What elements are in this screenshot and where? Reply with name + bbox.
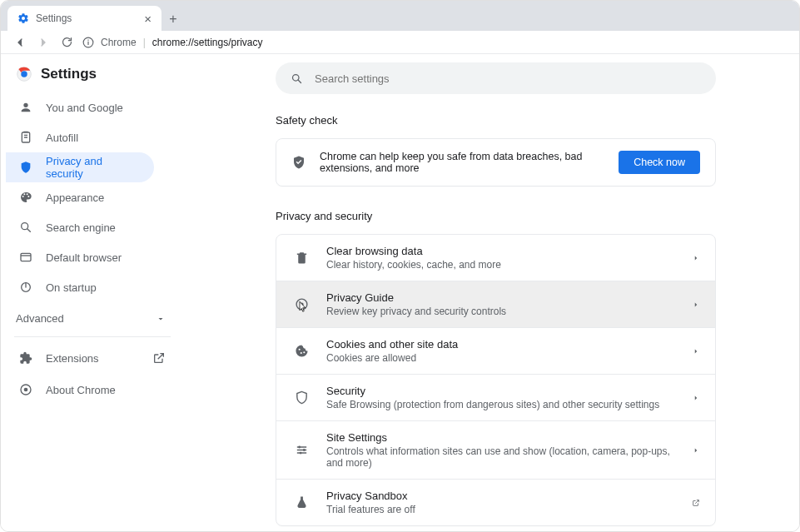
shield-check-icon bbox=[291, 155, 306, 170]
search-settings[interactable] bbox=[276, 62, 716, 94]
chevron-right-icon bbox=[692, 347, 700, 355]
advanced-label: Advanced bbox=[16, 312, 64, 325]
sidebar-item-label: Privacy and security bbox=[46, 155, 141, 180]
svg-point-13 bbox=[302, 449, 305, 451]
new-tab-button[interactable]: + bbox=[161, 7, 185, 31]
sidebar-item-autofill[interactable]: Autofill bbox=[6, 122, 154, 152]
address-bar[interactable]: Chrome | chrome://settings/privacy bbox=[82, 37, 263, 48]
privacy-list: Clear browsing data Clear history, cooki… bbox=[276, 234, 716, 526]
row-title: Site Settings bbox=[326, 431, 677, 444]
sidebar-item-appearance[interactable]: Appearance bbox=[6, 182, 154, 212]
tab-title: Settings bbox=[36, 12, 72, 24]
main-content: Safety check Chrome can help keep you sa… bbox=[184, 54, 799, 531]
sidebar-extensions-link[interactable]: Extensions bbox=[6, 342, 179, 374]
trash-icon bbox=[291, 251, 311, 265]
row-privacy-sandbox[interactable]: Privacy Sandbox Trial features are off bbox=[276, 479, 715, 525]
chevron-right-icon bbox=[692, 394, 700, 402]
search-icon bbox=[291, 72, 303, 85]
row-title: Privacy Guide bbox=[326, 291, 677, 304]
sidebar-item-privacy-security[interactable]: Privacy and security bbox=[6, 152, 154, 182]
svg-point-8 bbox=[24, 388, 28, 392]
sidebar-item-label: Search engine bbox=[46, 221, 116, 234]
chevron-right-icon bbox=[692, 446, 700, 455]
mouse-cursor-icon bbox=[295, 300, 310, 318]
check-now-button[interactable]: Check now bbox=[619, 151, 700, 174]
row-subtitle: Cookies are allowed bbox=[326, 352, 677, 364]
privacy-security-heading: Privacy and security bbox=[276, 210, 716, 222]
forward-button[interactable] bbox=[36, 35, 51, 50]
row-subtitle: Safe Browsing (protection from dangerous… bbox=[326, 399, 677, 410]
sidebar-item-search-engine[interactable]: Search engine bbox=[6, 212, 154, 242]
back-button[interactable] bbox=[12, 35, 27, 50]
safety-check-card: Chrome can help keep you safe from data … bbox=[276, 138, 716, 186]
settings-gear-icon bbox=[17, 12, 29, 24]
toolbar: Chrome | chrome://settings/privacy bbox=[1, 31, 799, 54]
sidebar-about-chrome[interactable]: About Chrome bbox=[6, 374, 179, 405]
chevron-right-icon bbox=[692, 254, 700, 262]
sidebar-advanced-toggle[interactable]: Advanced bbox=[6, 302, 179, 331]
sliders-icon bbox=[291, 443, 311, 457]
row-subtitle: Review key privacy and security controls bbox=[326, 306, 677, 317]
sidebar-item-label: On startup bbox=[46, 281, 97, 294]
close-icon[interactable]: × bbox=[144, 12, 152, 25]
reload-button[interactable] bbox=[59, 35, 74, 50]
row-clear-browsing-data[interactable]: Clear browsing data Clear history, cooki… bbox=[276, 235, 715, 281]
page-title: Settings bbox=[41, 66, 97, 82]
svg-rect-5 bbox=[21, 253, 31, 261]
row-security[interactable]: Security Safe Browsing (protection from … bbox=[276, 374, 715, 420]
address-origin: Chrome bbox=[101, 37, 137, 48]
cookie-icon bbox=[291, 344, 311, 358]
chevron-down-icon bbox=[156, 314, 166, 324]
search-input[interactable] bbox=[315, 72, 701, 85]
row-site-settings[interactable]: Site Settings Controls what information … bbox=[276, 420, 715, 479]
chevron-right-icon bbox=[692, 301, 700, 309]
shield-icon bbox=[291, 390, 311, 405]
settings-sidebar: Settings You and Google Autofill Privacy… bbox=[1, 54, 184, 531]
svg-point-14 bbox=[299, 452, 301, 455]
sidebar-item-on-startup[interactable]: On startup bbox=[6, 272, 154, 302]
row-subtitle: Trial features are off bbox=[326, 504, 677, 515]
svg-point-12 bbox=[298, 446, 301, 449]
sidebar-item-label: You and Google bbox=[46, 102, 123, 114]
sidebar-item-label: Autofill bbox=[46, 132, 78, 144]
about-label: About Chrome bbox=[46, 384, 116, 396]
svg-point-2 bbox=[21, 71, 27, 77]
sidebar-item-default-browser[interactable]: Default browser bbox=[6, 242, 154, 272]
flask-icon bbox=[291, 495, 311, 510]
sidebar-item-label: Default browser bbox=[46, 251, 122, 264]
tab-strip: Settings × + bbox=[1, 1, 799, 31]
address-url: chrome://settings/privacy bbox=[152, 37, 263, 48]
row-title: Cookies and other site data bbox=[326, 338, 677, 351]
sidebar-item-label: Appearance bbox=[46, 191, 104, 204]
sidebar-divider bbox=[14, 336, 171, 337]
site-info-icon[interactable] bbox=[82, 37, 94, 48]
external-link-icon bbox=[152, 351, 166, 365]
row-title: Privacy Sandbox bbox=[326, 490, 677, 502]
row-cookies[interactable]: Cookies and other site data Cookies are … bbox=[276, 327, 715, 374]
safety-check-heading: Safety check bbox=[276, 114, 716, 127]
row-title: Security bbox=[326, 385, 677, 397]
row-subtitle: Clear history, cookies, cache, and more bbox=[326, 259, 677, 271]
row-privacy-guide[interactable]: Privacy Guide Review key privacy and sec… bbox=[276, 281, 715, 327]
external-link-icon bbox=[692, 499, 700, 507]
row-subtitle: Controls what information sites can use … bbox=[326, 445, 677, 469]
page-header: Settings bbox=[6, 66, 179, 92]
sidebar-item-you-and-google[interactable]: You and Google bbox=[6, 92, 154, 122]
browser-tab[interactable]: Settings × bbox=[7, 6, 161, 31]
address-separator: | bbox=[143, 37, 146, 48]
extensions-label: Extensions bbox=[46, 352, 99, 365]
row-title: Clear browsing data bbox=[326, 245, 677, 257]
safety-check-text: Chrome can help keep you safe from data … bbox=[320, 151, 605, 174]
chrome-logo-icon bbox=[16, 66, 32, 82]
